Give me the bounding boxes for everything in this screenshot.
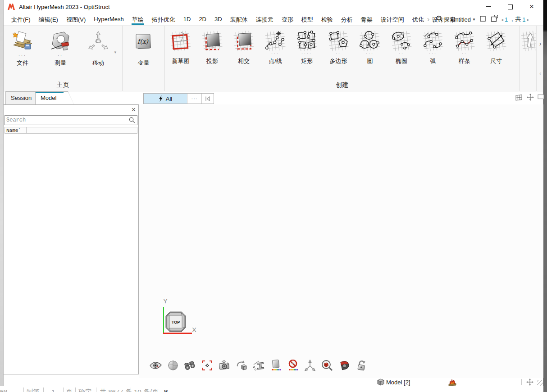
menu-item-2d[interactable]: 2D [195, 14, 210, 25]
browser-list-area[interactable] [4, 134, 138, 374]
menu-item-analyze[interactable]: 分析 [337, 14, 357, 25]
project-tool[interactable]: 投影 [196, 26, 228, 65]
menu-item-sketch-active[interactable]: 草绘 [128, 14, 148, 25]
visibility-button[interactable] [150, 359, 162, 372]
ribbon-scroll-next-button[interactable]: › [537, 40, 544, 47]
menu-item-design-space[interactable]: 设计空间 [377, 14, 408, 25]
maximize-button[interactable] [501, 0, 519, 14]
entity-display-button[interactable] [269, 359, 282, 372]
intersect-tool[interactable]: 相交 [228, 26, 260, 65]
status-model-indicator[interactable]: Model [2] [377, 378, 410, 386]
menu-item-1d[interactable]: 1D [179, 14, 195, 25]
grid-view-button[interactable] [515, 94, 523, 101]
ellipse-tool[interactable]: ·· 椭圆 [386, 26, 417, 65]
spline-tool[interactable]: ·· 样条 [449, 26, 480, 65]
polygon-tool[interactable]: ·· 多边形 [323, 26, 354, 65]
view-sphere-button[interactable] [167, 359, 179, 372]
menu-item-skeleton[interactable]: 骨架 [357, 14, 377, 25]
capture-button[interactable] [218, 359, 230, 372]
resize-grip[interactable] [537, 380, 543, 386]
section-button[interactable] [252, 359, 264, 372]
search-button[interactable] [434, 14, 444, 23]
pan-view-button[interactable] [527, 94, 534, 101]
view-cube-face-label: TOP [172, 320, 180, 324]
recenter-button[interactable] [201, 359, 213, 372]
zoom-model-button[interactable] [321, 359, 333, 372]
page-prev-button[interactable]: ◂ [501, 17, 503, 22]
close-button[interactable]: × [523, 0, 541, 14]
model-browser-panel: × Name ▴ [4, 104, 139, 374]
name-column-header[interactable]: Name [6, 128, 18, 133]
orient-button[interactable] [235, 359, 247, 372]
dimension-tool[interactable]: 尺寸 [480, 26, 512, 65]
ribbon-scroll-prev-button[interactable]: ‹ [537, 70, 544, 77]
circle-icon [359, 30, 381, 52]
lock-button[interactable] [355, 359, 367, 372]
variable-tool[interactable]: f(x) 变量 [123, 26, 164, 67]
minimize-button[interactable] [479, 0, 497, 14]
measure-tool[interactable]: ·· 测量 [41, 26, 79, 67]
display-panel-icon [270, 360, 281, 371]
new-sketch-tool[interactable]: 新草图 [165, 26, 196, 65]
window-layout-button[interactable] [538, 94, 545, 100]
menu-item-assembly[interactable]: 装配体 [226, 14, 252, 25]
binoculars-icon [184, 361, 196, 370]
bg-separator [23, 387, 24, 392]
move-tool[interactable]: ▾ 移动 [79, 26, 117, 67]
filter-all-label: All [166, 95, 172, 102]
points-lines-tool[interactable]: ··· 点/线 [260, 26, 291, 65]
bg-next-page-button[interactable]: > [0, 387, 4, 392]
menu-item-3d[interactable]: 3D [210, 14, 226, 25]
bg-separator [75, 387, 76, 392]
circle-tool[interactable]: ··· 圆 [354, 26, 386, 65]
frame-button[interactable] [478, 14, 488, 23]
file-tool[interactable]: ··· 文件 [4, 26, 41, 67]
browser-search-box [5, 115, 137, 125]
move-dropdown-icon[interactable]: ▾ [114, 50, 116, 54]
tab-model[interactable]: Model [35, 91, 74, 104]
session-selector[interactable]: Untitled ▼ [451, 14, 476, 25]
ribbon-group-home: ··· 文件 ·· 测量 [4, 26, 123, 91]
bg-confirm-button[interactable]: 确定 [78, 387, 92, 392]
bg-goto-page-input[interactable]: 1 [51, 387, 55, 392]
nav-forward-button[interactable]: › [425, 15, 432, 24]
filter-more-button[interactable]: ··· [187, 94, 201, 104]
menu-item-model[interactable]: 模型 [297, 14, 317, 25]
browser-column-header[interactable]: Name ▴ [5, 127, 137, 134]
menu-item-edit[interactable]: 编辑(E) [35, 14, 62, 25]
ribbon-clipped-tool[interactable] [520, 30, 536, 60]
publish-button[interactable] [489, 14, 499, 23]
column-divider[interactable] [26, 127, 27, 133]
ribbon-group-create: 新草图 投影 [165, 26, 520, 91]
bg-dropdown-chevron-icon[interactable]: ∨ [163, 387, 169, 392]
menu-item-hypermesh[interactable]: HyperMesh [90, 14, 128, 25]
rectangle-tool[interactable]: ···· 矩形 [291, 26, 323, 65]
flame-icon[interactable] [448, 378, 457, 386]
page-next-button[interactable]: ▸ [527, 17, 529, 22]
menu-item-validate[interactable]: 检验 [317, 14, 337, 25]
menu-nav-cluster: ‹ › [419, 14, 431, 25]
search-icon[interactable] [129, 117, 135, 123]
bg-per-page-select[interactable]: 10 条/页 [134, 387, 159, 392]
display-off-button[interactable] [287, 359, 299, 372]
find-button[interactable] [184, 359, 196, 372]
bg-goto-prefix-label: 到第 [26, 387, 40, 392]
menu-item-topology-opt[interactable]: 拓扑优化 [148, 14, 179, 25]
nav-back-button[interactable]: ‹ [419, 15, 425, 24]
menu-item-file[interactable]: 文件(F) [7, 14, 35, 25]
filter-all-button[interactable]: All [144, 94, 187, 104]
panel-close-button[interactable]: × [132, 106, 136, 113]
view-cube[interactable]: TOP [164, 311, 187, 333]
page-total: 1 [522, 16, 525, 23]
variable-tool-label: 变量 [123, 59, 164, 67]
axes-button[interactable] [304, 359, 316, 372]
menu-item-morph[interactable]: 变形 [278, 14, 297, 25]
menu-item-connectors[interactable]: 连接元 [252, 14, 278, 25]
collapse-to-start-button[interactable] [201, 94, 214, 104]
search-input[interactable] [6, 116, 127, 124]
menu-item-view[interactable]: 视图(V) [62, 14, 90, 25]
graphics-canvas[interactable]: Y X TOP [139, 104, 543, 378]
arc-tool[interactable]: ··· 弧 [417, 26, 449, 65]
mask-button[interactable] [338, 359, 350, 372]
status-pan-icon[interactable] [526, 378, 533, 386]
